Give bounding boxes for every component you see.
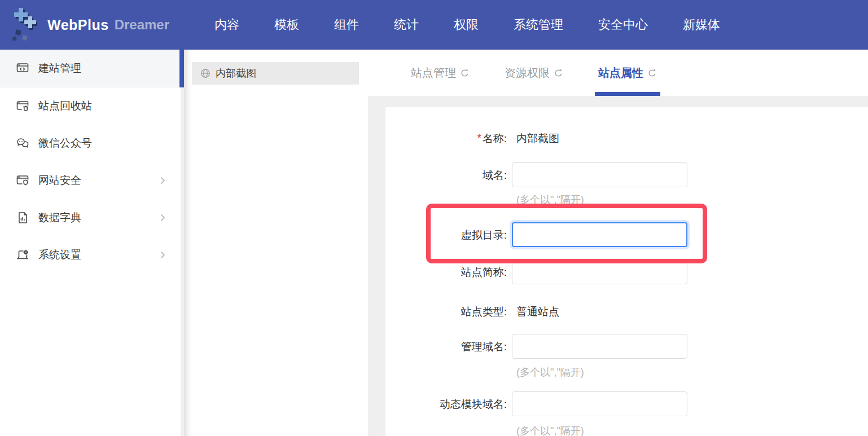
- nav-item-system-management[interactable]: 系统管理: [514, 16, 563, 33]
- sidebar-item-label: 建站管理: [38, 61, 81, 76]
- main-content: 站点管理 资源权限 站点属性: [368, 50, 868, 436]
- active-tab-underline: [595, 92, 660, 96]
- site-builder-icon: [16, 61, 29, 75]
- nav-item-component[interactable]: 组件: [334, 16, 359, 33]
- sidebar-item-wechat[interactable]: 微信公众号: [0, 125, 181, 162]
- tab-label: 站点管理: [411, 65, 456, 81]
- site-type-label: 站点类型:: [385, 305, 507, 319]
- sidebar-item-site-recycle[interactable]: 站点回收站: [0, 87, 181, 125]
- top-navigation: 内容 模板 组件 统计 权限 系统管理 安全中心 新媒体: [214, 0, 720, 50]
- sidebar-item-label: 数据字典: [38, 210, 81, 225]
- site-type-value: 普通站点: [516, 305, 559, 319]
- sidebar-item-label: 系统设置: [38, 248, 81, 262]
- site-short-name-input[interactable]: [512, 259, 687, 284]
- tab-site-properties[interactable]: 站点属性: [598, 50, 657, 96]
- sidebar-item-label: 微信公众号: [38, 136, 92, 151]
- system-settings-icon: [16, 248, 29, 262]
- nav-item-content[interactable]: 内容: [214, 16, 239, 33]
- site-recycle-icon: [16, 99, 29, 113]
- site-properties-form: *名称: 内部截图 域名: (多个以","隔开) 虚拟目录: 站点简称:: [385, 107, 868, 436]
- nav-item-new-media[interactable]: 新媒体: [683, 16, 720, 33]
- tab-site-management[interactable]: 站点管理: [411, 50, 470, 96]
- nav-item-template[interactable]: 模板: [274, 16, 299, 33]
- sidebar-item-label: 站点回收站: [38, 99, 92, 113]
- tab-label: 站点属性: [598, 65, 643, 81]
- brand-name: WebPlus: [47, 17, 109, 33]
- nav-item-statistics[interactable]: 统计: [394, 16, 419, 33]
- tab-bar: 站点管理 资源权限 站点属性: [368, 50, 868, 96]
- sidebar-item-label: 网站安全: [38, 173, 81, 188]
- wechat-icon: [16, 136, 29, 150]
- chevron-right-icon: [158, 250, 167, 259]
- domain-input[interactable]: [512, 162, 687, 187]
- site-list-panel: 内部截图: [184, 50, 368, 436]
- sidebar-item-data-dictionary[interactable]: 数据字典: [0, 199, 181, 236]
- dynamic-module-domain-input[interactable]: [512, 391, 687, 416]
- dynamic-module-domain-hint: (多个以","隔开): [516, 424, 584, 436]
- nav-item-security-center[interactable]: 安全中心: [598, 16, 648, 33]
- virtual-directory-label: 虚拟目录:: [385, 228, 507, 243]
- admin-domain-label: 管理域名:: [385, 340, 507, 354]
- nav-item-permission[interactable]: 权限: [454, 16, 479, 33]
- refresh-icon[interactable]: [647, 68, 657, 78]
- tab-resource-permission[interactable]: 资源权限: [505, 50, 563, 96]
- sidebar: 建站管理 站点回收站 微信公众号: [0, 50, 181, 436]
- data-dictionary-icon: [16, 211, 29, 224]
- dynamic-module-domain-label: 动态模块域名:: [385, 397, 507, 412]
- site-short-name-label: 站点简称:: [385, 265, 507, 280]
- refresh-icon[interactable]: [554, 68, 563, 78]
- app-header: WebPlus Dreamer 内容 模板 组件 统计 权限 系统管理 安全中心…: [0, 0, 868, 50]
- domain-hint: (多个以","隔开): [516, 193, 584, 206]
- site-list-item-selected[interactable]: 内部截图: [192, 62, 359, 85]
- globe-icon: [200, 68, 211, 79]
- sidebar-item-system-settings[interactable]: 系统设置: [0, 236, 181, 274]
- sidebar-item-website-security[interactable]: 网站安全: [0, 162, 181, 199]
- active-sidebar-indicator: [179, 50, 184, 87]
- tab-label: 资源权限: [505, 65, 550, 81]
- webplus-logo-icon: [9, 6, 42, 43]
- required-asterisk: *: [477, 133, 481, 144]
- name-value: 内部截图: [516, 131, 559, 146]
- admin-domain-input[interactable]: [512, 334, 687, 359]
- site-name: 内部截图: [216, 67, 256, 80]
- virtual-directory-input[interactable]: [512, 222, 687, 247]
- name-label: *名称:: [385, 131, 507, 146]
- brand-product-name: Dreamer: [115, 17, 169, 33]
- logo[interactable]: WebPlus Dreamer: [9, 0, 169, 50]
- refresh-icon[interactable]: [460, 68, 470, 78]
- site-security-icon: [16, 174, 29, 187]
- chevron-right-icon: [158, 213, 167, 222]
- domain-label: 域名:: [385, 168, 507, 183]
- admin-domain-hint: (多个以","隔开): [516, 365, 584, 379]
- chevron-right-icon: [158, 176, 167, 185]
- sidebar-item-site-building[interactable]: 建站管理: [0, 50, 181, 87]
- webplus-admin-window: WebPlus Dreamer 内容 模板 组件 统计 权限 系统管理 安全中心…: [0, 0, 868, 436]
